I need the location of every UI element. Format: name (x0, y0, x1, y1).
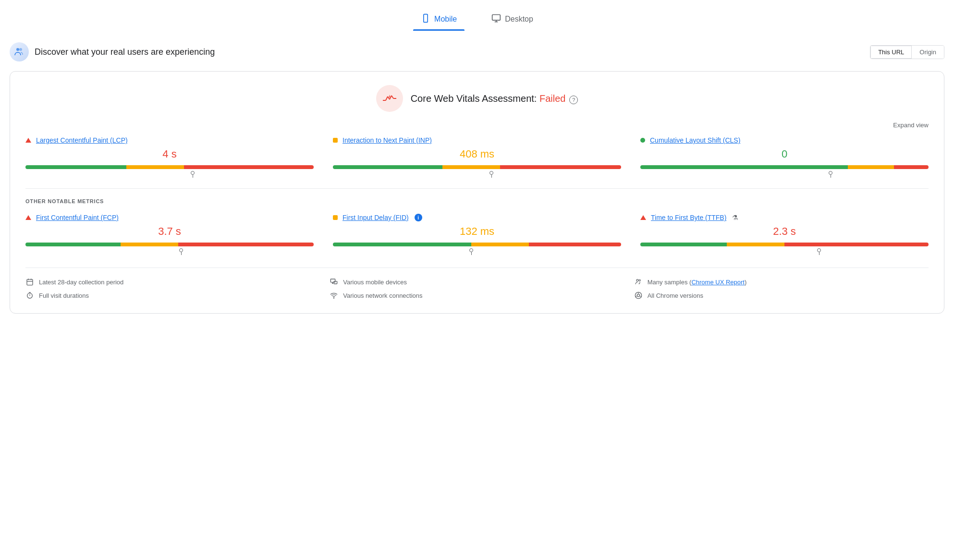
triangle-red-icon (640, 215, 646, 220)
marker-line (181, 252, 182, 255)
svg-rect-21 (331, 279, 335, 282)
metric-value-ttfb: 2.3 s (640, 225, 929, 238)
progress-bar-fcp (25, 243, 314, 246)
progress-bar-fid (333, 243, 621, 246)
progress-bar-inp (333, 165, 621, 169)
marker-cls (829, 171, 832, 178)
metric-label-row: Interaction to Next Paint (INP) (333, 136, 621, 144)
svg-rect-2 (492, 15, 501, 21)
chrome-ux-report-link[interactable]: Chrome UX Report (691, 279, 745, 286)
footer-devices-text: Various mobile devices (343, 279, 407, 286)
metric-name-fcp[interactable]: First Contentful Paint (FCP) (36, 214, 119, 221)
monitor-icon (330, 278, 338, 286)
square-orange-icon (333, 138, 338, 143)
tab-mobile[interactable]: Mobile (413, 10, 465, 29)
progress-segment (126, 165, 184, 169)
this-url-button[interactable]: This URL (870, 46, 912, 59)
progress-segment (25, 165, 126, 169)
origin-button[interactable]: Origin (912, 46, 944, 59)
svg-rect-22 (334, 281, 337, 284)
marker-dot (817, 248, 821, 252)
footer-col3: Many samples (Chrome UX Report) All Chro… (634, 278, 929, 300)
progress-bar-ttfb (640, 243, 929, 246)
tab-desktop-label: Desktop (505, 15, 533, 24)
url-origin-toggle: This URL Origin (870, 45, 944, 59)
progress-bar-lcp (25, 165, 314, 169)
marker-lcp (191, 171, 195, 178)
info-icon[interactable]: i (415, 214, 422, 221)
chrome-icon (634, 291, 643, 300)
metric-label-row: Time to First Byte (TTFB) ⚗ (640, 214, 929, 221)
desktop-icon (491, 13, 501, 25)
core-metrics-grid: Largest Contentful Paint (LCP) 4 s Inter… (25, 136, 929, 177)
marker-inp (489, 171, 493, 178)
progress-segment (784, 243, 929, 246)
svg-rect-0 (424, 14, 428, 23)
footer-visit-duration: Full visit durations (25, 291, 320, 300)
svg-line-8 (386, 97, 388, 100)
main-card: Core Web Vitals Assessment: Failed ? Exp… (10, 71, 944, 314)
mobile-icon (421, 13, 430, 25)
assessment-icon (376, 85, 403, 112)
metric-inp: Interaction to Next Paint (INP) 408 ms (333, 136, 621, 177)
footer-collection-period: Latest 28-day collection period (25, 278, 320, 286)
svg-point-5 (16, 48, 19, 51)
wifi-icon (330, 291, 338, 300)
marker-container-fcp (25, 248, 314, 254)
expand-view-link[interactable]: Expand view (25, 122, 929, 129)
marker-fcp (179, 248, 183, 255)
marker-container-cls (640, 171, 929, 177)
footer-chrome-text: All Chrome versions (648, 292, 703, 299)
people-icon (634, 278, 643, 286)
assessment-title: Core Web Vitals Assessment: Failed ? (411, 93, 578, 104)
metric-name-inp[interactable]: Interaction to Next Paint (INP) (342, 136, 432, 144)
metric-name-cls[interactable]: Cumulative Layout Shift (CLS) (650, 136, 740, 144)
marker-line (491, 175, 492, 178)
metric-name-ttfb[interactable]: Time to First Byte (TTFB) (651, 214, 726, 221)
progress-segment (727, 243, 784, 246)
svg-point-29 (637, 294, 639, 296)
svg-point-25 (334, 298, 334, 298)
footer-samples-text: Many samples (Chrome UX Report) (648, 279, 747, 286)
flask-icon: ⚗ (732, 214, 738, 221)
metric-label-row: First Contentful Paint (FCP) (25, 214, 314, 221)
assessment-status: Failed (539, 93, 565, 104)
progress-segment (121, 243, 178, 246)
metric-label-row: Largest Contentful Paint (LCP) (25, 136, 314, 144)
metric-ttfb: Time to First Byte (TTFB) ⚗ 2.3 s (640, 214, 929, 254)
footer-collection-text: Latest 28-day collection period (39, 279, 123, 286)
marker-container-ttfb (640, 248, 929, 254)
progress-segment (333, 165, 442, 169)
marker-dot (179, 248, 183, 252)
calendar-icon (25, 278, 34, 286)
metric-name-lcp[interactable]: Largest Contentful Paint (LCP) (36, 136, 128, 144)
metric-name-fid[interactable]: First Input Delay (FID) (342, 214, 409, 221)
tab-bar: Mobile Desktop (10, 10, 944, 29)
metric-label-row: Cumulative Layout Shift (CLS) (640, 136, 929, 144)
progress-segment (471, 243, 529, 246)
triangle-red-icon (25, 215, 31, 220)
footer-network: Various network connections (330, 291, 624, 300)
marker-line (193, 175, 193, 178)
marker-container-lcp (25, 171, 314, 177)
metric-value-cls: 0 (640, 148, 929, 160)
metric-value-lcp: 4 s (25, 148, 314, 160)
marker-line (819, 252, 819, 255)
header-row: Discover what your real users are experi… (10, 42, 944, 61)
header-title: Discover what your real users are experi… (35, 47, 215, 57)
header-left: Discover what your real users are experi… (10, 42, 215, 61)
marker-dot (191, 171, 195, 175)
square-orange-icon (333, 215, 338, 220)
tab-desktop[interactable]: Desktop (484, 10, 541, 29)
metric-fcp: First Contentful Paint (FCP) 3.7 s (25, 214, 314, 254)
footer-col1: Latest 28-day collection period Full vis… (25, 278, 320, 300)
footer-chrome-versions: All Chrome versions (634, 291, 929, 300)
progress-segment (640, 165, 848, 169)
progress-segment (500, 165, 621, 169)
section-divider (25, 188, 929, 189)
help-icon[interactable]: ? (569, 96, 578, 104)
marker-ttfb (817, 248, 821, 255)
marker-container-inp (333, 171, 621, 177)
metric-value-inp: 408 ms (333, 148, 621, 160)
progress-segment (529, 243, 621, 246)
